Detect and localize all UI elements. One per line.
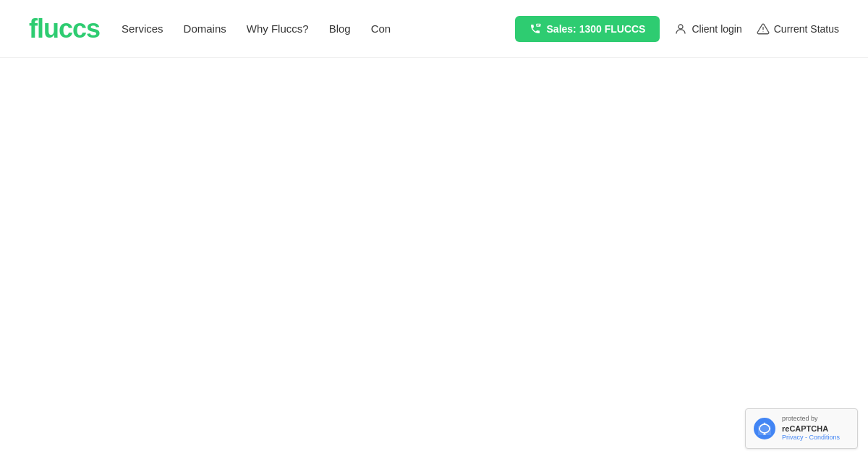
svg-point-5 bbox=[762, 31, 763, 32]
nav-item-domains[interactable]: Domains bbox=[184, 22, 226, 35]
main-content bbox=[0, 58, 868, 459]
sales-button[interactable]: Sales: 1300 FLUCCS bbox=[515, 16, 660, 42]
current-status-link[interactable]: Current Status bbox=[757, 22, 839, 35]
main-header: fluccs Services Domains Why Fluccs? Blog… bbox=[0, 0, 868, 58]
nav-item-blog[interactable]: Blog bbox=[329, 22, 351, 35]
client-login-icon bbox=[674, 22, 687, 35]
svg-rect-0 bbox=[536, 23, 540, 26]
nav-item-why-fluccs[interactable]: Why Fluccs? bbox=[247, 22, 309, 35]
svg-point-3 bbox=[678, 25, 683, 29]
recaptcha-links[interactable]: Privacy - Conditions bbox=[782, 434, 840, 442]
recaptcha-logo bbox=[753, 417, 776, 440]
left-section: fluccs Services Domains Why Fluccs? Blog… bbox=[29, 16, 391, 42]
phone-icon bbox=[529, 23, 541, 35]
nav-item-services[interactable]: Services bbox=[122, 22, 163, 35]
recaptcha-protected-label: protected by bbox=[782, 415, 840, 424]
logo-text: fluccs bbox=[29, 16, 100, 42]
recaptcha-badge: protected by reCAPTCHA Privacy - Conditi… bbox=[745, 408, 858, 449]
right-section: Sales: 1300 FLUCCS Client login Curre bbox=[515, 16, 839, 42]
main-nav: Services Domains Why Fluccs? Blog Con bbox=[122, 22, 391, 35]
nav-item-contact[interactable]: Con bbox=[371, 22, 391, 35]
recaptcha-text: protected by reCAPTCHA Privacy - Conditi… bbox=[782, 415, 840, 442]
client-login-label: Client login bbox=[692, 23, 741, 35]
current-status-label: Current Status bbox=[774, 23, 839, 35]
logo[interactable]: fluccs bbox=[29, 16, 100, 42]
sales-button-label: Sales: 1300 FLUCCS bbox=[547, 23, 646, 35]
status-icon bbox=[757, 22, 770, 35]
client-login-link[interactable]: Client login bbox=[674, 22, 741, 35]
recaptcha-name: reCAPTCHA bbox=[782, 424, 840, 434]
